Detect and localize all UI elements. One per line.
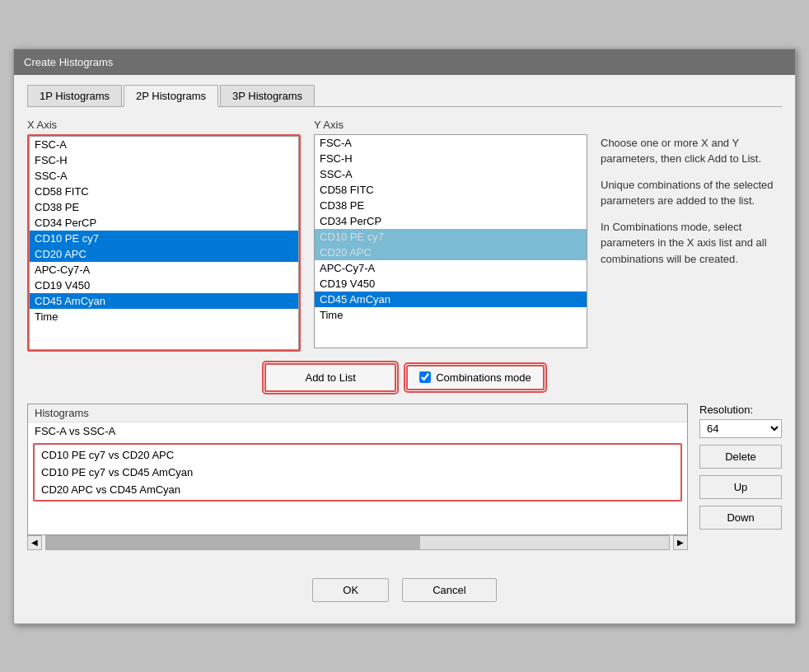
x-axis-label: X Axis — [27, 119, 301, 131]
y-axis-item-cd45[interactable]: CD45 AmCyan — [315, 292, 587, 307]
histograms-listbox[interactable]: Histograms FSC-A vs SSC-A CD10 PE cy7 vs… — [27, 404, 688, 535]
x-axis-item-cd20[interactable]: CD20 APC — [30, 246, 298, 262]
x-axis-item-cd10[interactable]: CD10 PE cy7 — [30, 231, 298, 246]
y-axis-item-cd34[interactable]: CD34 PerCP — [315, 213, 587, 229]
combinations-mode-row[interactable]: Combinations mode — [406, 365, 545, 390]
x-axis-item-ssc-a[interactable]: SSC-A — [30, 168, 298, 184]
resolution-select[interactable]: 32 64 128 256 512 — [699, 419, 782, 438]
scrollbar-row: ◀ ▶ — [27, 535, 688, 550]
info-col: Choose one or more X and Y parameters, t… — [601, 119, 782, 352]
y-axis-item-ssc-a[interactable]: SSC-A — [315, 166, 587, 182]
y-axis-listbox[interactable]: FSC-A FSC-H SSC-A CD58 FITC CD38 PE CD34… — [314, 134, 587, 348]
y-axis-item-time[interactable]: Time — [315, 307, 587, 323]
resolution-label: Resolution: — [699, 404, 782, 416]
y-axis-item-cd38[interactable]: CD38 PE — [315, 198, 587, 213]
combinations-mode-label: Combinations mode — [436, 371, 531, 384]
histogram-item-fsc-ssc[interactable]: FSC-A vs SSC-A — [28, 422, 687, 440]
delete-button[interactable]: Delete — [699, 445, 782, 469]
scrollbar-thumb — [46, 536, 420, 549]
histograms-header: Histograms — [28, 404, 687, 422]
x-axis-item-time[interactable]: Time — [30, 309, 298, 324]
x-axis-col: X Axis FSC-A FSC-H SSC-A CD58 FITC CD38 … — [27, 119, 301, 352]
x-axis-item-cd34[interactable]: CD34 PerCP — [30, 215, 298, 231]
dialog-titlebar: Create Histograms — [14, 49, 795, 75]
cancel-button[interactable]: Cancel — [402, 578, 496, 602]
resolution-row: Resolution: 32 64 128 256 512 — [699, 404, 782, 438]
y-axis-label: Y Axis — [314, 119, 587, 131]
tabs-row: 1P Histograms 2P Histograms 3P Histogram… — [27, 85, 782, 107]
scroll-right-arrow[interactable]: ▶ — [673, 535, 688, 550]
axes-section: X Axis FSC-A FSC-H SSC-A CD58 FITC CD38 … — [27, 119, 782, 352]
histograms-list-area: Histograms FSC-A vs SSC-A CD10 PE cy7 vs… — [27, 404, 688, 558]
dialog-title: Create Histograms — [24, 56, 113, 68]
create-histograms-dialog: Create Histograms 1P Histograms 2P Histo… — [13, 49, 796, 624]
histogram-selected-group: CD10 PE cy7 vs CD20 APC CD10 PE cy7 vs C… — [33, 443, 682, 502]
x-axis-item-cd45[interactable]: CD45 AmCyan — [30, 293, 298, 309]
tab-2p-histograms[interactable]: 2P Histograms — [124, 85, 218, 107]
tab-3p-histograms[interactable]: 3P Histograms — [220, 85, 315, 106]
dialog-body: 1P Histograms 2P Histograms 3P Histogram… — [14, 75, 795, 623]
y-axis-item-fsc-h[interactable]: FSC-H — [315, 151, 587, 166]
histogram-item-cd10-cd20[interactable]: CD10 PE cy7 vs CD20 APC — [35, 446, 680, 464]
x-axis-item-fsc-h[interactable]: FSC-H — [30, 152, 298, 168]
info-line2: Unique combinations of the selected para… — [601, 177, 782, 209]
ok-button[interactable]: OK — [312, 578, 389, 602]
y-axis-item-cd58[interactable]: CD58 FITC — [315, 182, 587, 198]
add-to-list-button[interactable]: Add to List — [264, 363, 396, 392]
x-axis-item-cd58[interactable]: CD58 FITC — [30, 184, 298, 199]
down-button[interactable]: Down — [699, 506, 782, 530]
combinations-mode-checkbox[interactable] — [419, 371, 431, 383]
histogram-item-cd10-cd45[interactable]: CD10 PE cy7 vs CD45 AmCyan — [35, 464, 680, 481]
x-axis-listbox[interactable]: FSC-A FSC-H SSC-A CD58 FITC CD38 PE CD34… — [29, 136, 299, 350]
dialog-footer: OK Cancel — [27, 570, 782, 614]
x-axis-item-cd19[interactable]: CD19 V450 — [30, 278, 298, 293]
tab-1p-histograms[interactable]: 1P Histograms — [27, 85, 122, 106]
y-axis-item-cd10[interactable]: CD10 PE cy7 — [315, 229, 587, 245]
x-axis-item-cd38[interactable]: CD38 PE — [30, 199, 298, 215]
y-axis-item-fsc-a[interactable]: FSC-A — [315, 135, 587, 151]
x-axis-item-fsc-a[interactable]: FSC-A — [30, 137, 298, 152]
y-axis-item-apc[interactable]: APC-Cy7-A — [315, 260, 587, 276]
bottom-section: Histograms FSC-A vs SSC-A CD10 PE cy7 vs… — [27, 404, 782, 558]
y-axis-col: Y Axis FSC-A FSC-H SSC-A CD58 FITC CD38 … — [314, 119, 587, 352]
scroll-left-arrow[interactable]: ◀ — [27, 535, 42, 550]
up-button[interactable]: Up — [699, 475, 782, 499]
action-row: Add to List Combinations mode — [27, 363, 782, 392]
scrollbar-track[interactable] — [45, 535, 670, 550]
x-axis-item-apc[interactable]: APC-Cy7-A — [30, 262, 298, 278]
y-axis-item-cd20[interactable]: CD20 APC — [315, 245, 587, 260]
side-controls: Resolution: 32 64 128 256 512 Delete Up … — [699, 404, 782, 558]
histogram-item-cd20-cd45[interactable]: CD20 APC vs CD45 AmCyan — [35, 481, 680, 498]
info-line1: Choose one or more X and Y parameters, t… — [601, 135, 782, 167]
y-axis-item-cd19[interactable]: CD19 V450 — [315, 276, 587, 292]
info-line3: In Combinations mode, select parameters … — [601, 219, 782, 268]
